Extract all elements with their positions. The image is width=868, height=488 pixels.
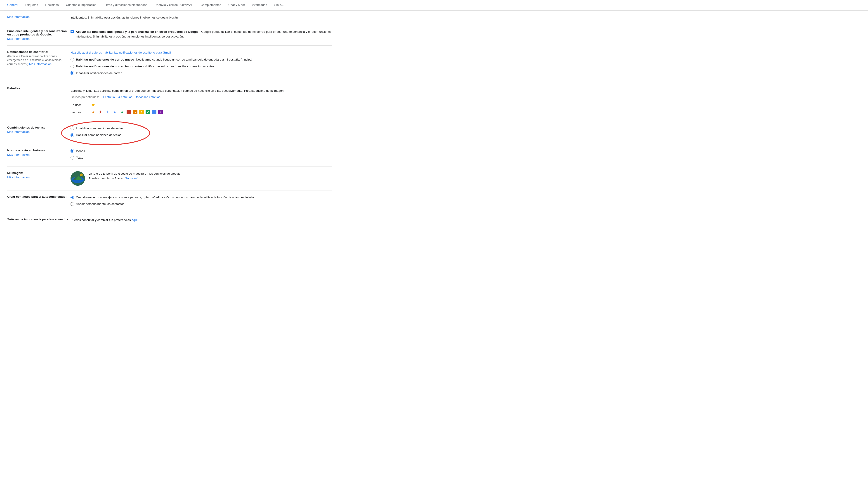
tab-general[interactable]: General [4, 0, 22, 10]
star-in-use-1[interactable]: ★ [90, 102, 96, 107]
smart-functions-label: Funciones inteligentes y personalización… [7, 29, 70, 40]
my-image-text: La foto de tu perfil de Google se muestr… [89, 171, 181, 181]
tab-complementos[interactable]: Complementos [197, 0, 225, 10]
notifications-row: Notificaciones de escritorio: (Permite a… [7, 46, 332, 82]
autocomplete-value: Cuando envíe un mensaje a una nueva pers… [70, 195, 332, 208]
notifications-title: Notificaciones de escritorio: [7, 50, 70, 54]
stars-label: Estrellas: [7, 87, 70, 91]
notifications-value: Haz clic aquí si quieres habilitar las n… [70, 50, 332, 77]
keyboard-link[interactable]: Más información [7, 130, 30, 133]
it-option-1-label: Iconos [76, 149, 85, 154]
predefined-groups: Grupos predefinidos: 1 estrella 4 estrel… [70, 95, 332, 100]
my-image-row: Mi imagen: Más información La foto de tu… [7, 167, 332, 191]
profile-image-svg [70, 171, 85, 186]
smart-functions-link[interactable]: Más información [7, 37, 30, 40]
top-clipped-text: inteligentes. Si inhabilito esta opción,… [70, 16, 179, 19]
notif-option-1-radio[interactable] [70, 58, 74, 61]
my-image-title: Mi imagen: [7, 171, 70, 175]
profile-avatar[interactable] [70, 171, 85, 186]
keyboard-value: Inhabilitar combinaciones de teclas Habi… [70, 126, 332, 139]
settings-content: Más información inteligentes. Si inhabil… [0, 11, 339, 227]
tab-reenvio[interactable]: Reenvío y correo POP/IMAP [151, 0, 197, 10]
my-image-text2: Puedes cambiar tu foto en Sobre mí. [89, 176, 181, 181]
importance-label: Señales de importancia para los anuncios… [7, 218, 70, 222]
svg-point-5 [80, 173, 83, 176]
tab-sinconexion[interactable]: Sin c... [271, 0, 287, 10]
ac-option-1-row: Cuando envíe un mensaje a una nueva pers… [70, 195, 332, 200]
icon-arrow-orange[interactable]: » [133, 110, 137, 114]
smart-functions-checkbox-row: Activar las funciones inteligentes y la … [70, 29, 332, 39]
icon-exclaim-yellow[interactable]: ! [139, 110, 144, 114]
notif-option-1-row: Habilitar notificaciones de correo nuevo… [70, 57, 332, 62]
autocomplete-label: Crear contactos para el autocompletado: [7, 195, 70, 199]
importance-text-prefix: Puedes consultar y cambiar tus preferenc… [70, 218, 131, 222]
kb-option-2-row: Habilitar combinaciones de teclas [70, 133, 332, 138]
icon-check-green[interactable]: ✓ [146, 110, 150, 114]
keyboard-row: Combinaciones de teclas: Más información… [7, 121, 332, 144]
tab-etiquetas[interactable]: Etiquetas [22, 0, 41, 10]
top-clipped-label: Más información [7, 15, 70, 19]
kb-option-2-label: Habilitar combinaciones de teclas [76, 133, 121, 138]
ac-option-1-radio[interactable] [70, 196, 74, 199]
star-not-use-2[interactable]: ★ [98, 109, 103, 115]
keyboard-label: Combinaciones de teclas: Más información [7, 126, 70, 133]
notifications-link[interactable]: Más información [29, 62, 52, 66]
ac-option-2-radio[interactable] [70, 202, 74, 206]
it-option-2-radio[interactable] [70, 156, 74, 160]
star-not-use-4[interactable]: ★ [112, 109, 118, 115]
star-not-use-1[interactable]: ★ [90, 109, 96, 115]
tab-cuentas[interactable]: Cuentas e importación [62, 0, 100, 10]
notifications-desktop-link[interactable]: Haz clic aquí si quieres habilitar las n… [70, 51, 172, 54]
smart-functions-checkbox[interactable] [70, 30, 74, 33]
pred-allstars[interactable]: todas las estrellas [136, 95, 160, 100]
notif-option-2-radio[interactable] [70, 65, 74, 68]
icon-question-purple[interactable]: ? [158, 110, 163, 114]
smart-functions-title: Funciones inteligentes y personalización… [7, 29, 70, 36]
importance-link[interactable]: aquí [131, 218, 137, 222]
icons-text-row: Iconos o texto en botones: Más informaci… [7, 144, 332, 167]
my-image-value: La foto de tu perfil de Google se muestr… [70, 171, 332, 186]
tab-recibidos[interactable]: Recibidos [41, 0, 62, 10]
stars-row: Estrellas: Estrellas y listas: Las estre… [7, 82, 332, 121]
stars-title: Estrellas: [7, 87, 70, 90]
stars-description: Estrellas y listas: Las estrellas cambia… [70, 88, 332, 93]
importance-value: Puedes consultar y cambiar tus preferenc… [70, 218, 332, 223]
autocomplete-row: Crear contactos para el autocompletado: … [7, 191, 332, 213]
icons-text-title: Iconos o texto en botones: [7, 149, 70, 152]
notif-option-3-radio[interactable] [70, 71, 74, 75]
notif-option-2-row: Habilitar notificaciones de correo impor… [70, 64, 332, 69]
ac-option-2-row: Añadir personalmente los contactos [70, 201, 332, 206]
icons-text-value: Iconos Texto [70, 149, 332, 162]
ac-option-1-label: Cuando envíe un mensaje a una nueva pers… [76, 195, 254, 200]
tab-filtros[interactable]: Filtros y direcciones bloqueadas [100, 0, 151, 10]
importance-text-suffix: . [137, 218, 138, 222]
pred-4stars[interactable]: 4 estrellas [119, 95, 132, 100]
importance-row: Señales de importancia para los anuncios… [7, 213, 332, 227]
kb-option-1-radio[interactable] [70, 127, 74, 130]
ac-option-2-label: Añadir personalmente los contactos [76, 201, 125, 206]
notif-option-2-label: Habilitar notificaciones de correo impor… [76, 64, 214, 69]
icons-text-link[interactable]: Más información [7, 153, 30, 156]
star-not-use-3[interactable]: ★ [105, 109, 110, 115]
predefined-label: Grupos predefinidos: [70, 95, 99, 100]
icons-text-label: Iconos o texto en botones: Más informaci… [7, 149, 70, 156]
icon-info-blue[interactable]: i [152, 110, 156, 114]
tab-chat[interactable]: Chat y Meet [225, 0, 248, 10]
star-not-use-5[interactable]: ★ [119, 109, 125, 115]
stars-in-use-row: En uso: ★ [70, 102, 332, 107]
top-clipped-link[interactable]: Más información [7, 15, 30, 19]
stars-not-use-row: Sin uso: ★ ★ ★ ★ ★ ! » ! ✓ i ? [70, 109, 332, 115]
sobre-mi-link[interactable]: Sobre mí [125, 177, 137, 180]
it-option-1-radio[interactable] [70, 149, 74, 153]
kb-option-2-radio[interactable] [70, 133, 74, 137]
my-image-text1: La foto de tu perfil de Google se muestr… [89, 171, 181, 176]
kb-option-1-row: Inhabilitar combinaciones de teclas [70, 126, 332, 131]
top-clipped-row: Más información inteligentes. Si inhabil… [7, 11, 332, 25]
my-image-label: Mi imagen: Más información [7, 171, 70, 179]
pred-1star[interactable]: 1 estrella [102, 95, 115, 100]
notif-option-1-label: Habilitar notificaciones de correo nuevo… [76, 57, 252, 62]
tab-avanzadas[interactable]: Avanzadas [248, 0, 271, 10]
icon-exclaim-red[interactable]: ! [127, 110, 131, 114]
smart-functions-checkbox-label: Activar las funciones inteligentes y la … [76, 29, 332, 39]
my-image-link[interactable]: Más información [7, 175, 30, 179]
